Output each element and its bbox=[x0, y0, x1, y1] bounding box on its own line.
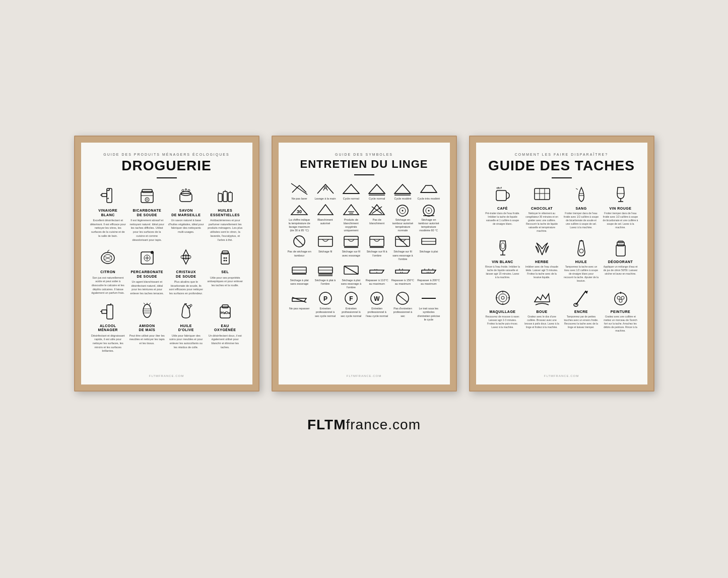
drogue-alcool-name: ALCOOLMÉNAGER bbox=[98, 324, 118, 333]
tache-herbe-name: HERBE bbox=[535, 260, 549, 264]
svg-line-143 bbox=[576, 188, 578, 189]
brand-bold: FLTM bbox=[307, 417, 346, 432]
linge-dryer-low-label: Séchage en tambour autorisé température … bbox=[417, 218, 440, 233]
linge-hand-wash: Lavage à la main bbox=[313, 181, 337, 201]
no-bleach-icon bbox=[368, 203, 386, 217]
drogue-citron: CITRON Son jus est naturellement acide e… bbox=[90, 246, 126, 296]
linge-hand-wash-label: Lavage à la main bbox=[315, 197, 336, 201]
svg-point-156 bbox=[496, 291, 509, 304]
drogue-huiles-desc: Antibactériennes et pour parfumer nature… bbox=[207, 219, 243, 242]
huile-icon bbox=[571, 238, 592, 258]
soap-icon bbox=[175, 184, 197, 207]
drogue-cristaux: CRISTAUXDE SOUDE Plus alcalins que le bi… bbox=[168, 246, 205, 296]
linge-no-bleach-label: Pas de blanchiment bbox=[365, 218, 389, 225]
linge-temp-label: La chiffre indique la température de lav… bbox=[288, 218, 311, 233]
tache-maquillage: MAQUILLAGE Recouvrez de mousse à raser. … bbox=[485, 288, 520, 333]
jar-icon: B bbox=[136, 184, 158, 207]
dry-f-icon: F bbox=[342, 291, 360, 305]
poster2-subtitle: GUIDE DES SYMBOLES bbox=[335, 153, 393, 156]
tache-boue-name: BOUE bbox=[536, 310, 547, 313]
deodorant-icon bbox=[610, 238, 631, 258]
poster-droguerie: GUIDE DES PRODUITS MÉNAGERS ÉCOLOGIQUES … bbox=[81, 143, 252, 384]
linge-dryer-normal: Séchage en tambour autorisé température … bbox=[391, 203, 415, 233]
poster2-footer: FLTMFRANCE.COM bbox=[347, 370, 382, 377]
boue-icon bbox=[532, 288, 553, 308]
dryer-normal-icon bbox=[393, 203, 412, 217]
drogue-bicarbonate-name: BICARBONATEDE SOUDE bbox=[133, 209, 161, 217]
svg-point-42 bbox=[223, 258, 225, 259]
linge-temp: 30 La chiffre indique la température de … bbox=[288, 203, 311, 233]
cycle-modere-icon bbox=[393, 181, 412, 196]
svg-point-149 bbox=[501, 243, 505, 249]
linge-flat-shade-label: Séchage à plat à l'ombre bbox=[313, 279, 337, 286]
tache-huile-desc: Tamponnez la tache avec un tissu avec 1/… bbox=[564, 265, 599, 283]
poster2-divider bbox=[354, 174, 374, 175]
linge-no-bleach: Pas de blanchiment bbox=[365, 203, 389, 233]
tache-encre-desc: Tamponnez par de petites touches avec un… bbox=[564, 315, 599, 329]
no-iron-icon bbox=[290, 291, 308, 305]
linge-no-wash-label: Ne pas laver bbox=[292, 197, 307, 201]
svg-text:✦: ✦ bbox=[107, 197, 109, 200]
brand-light: france bbox=[346, 417, 388, 432]
poster1-divider bbox=[157, 177, 177, 178]
corn-icon bbox=[136, 300, 158, 322]
no-dry-icon bbox=[393, 291, 412, 305]
svg-rect-47 bbox=[102, 310, 107, 313]
tache-chocolat: CHOCOLAT Nettoyer le vêtement au congéla… bbox=[524, 184, 560, 233]
linge-wet-w: W Entretien professionnel à l'eau cycle … bbox=[365, 291, 389, 322]
chocolat-icon bbox=[532, 184, 553, 205]
svg-text:≈≈: ≈≈ bbox=[496, 186, 501, 190]
svg-point-39 bbox=[188, 255, 191, 259]
svg-rect-8 bbox=[142, 189, 152, 192]
svg-line-131 bbox=[398, 294, 408, 302]
cycle-note-icon bbox=[420, 291, 438, 305]
vin-rouge-icon bbox=[610, 184, 631, 205]
frame-droguerie: GUIDE DES PRODUITS MÉNAGERS ÉCOLOGIQUES … bbox=[74, 136, 259, 392]
brand-name: FLTMfrance.com bbox=[307, 417, 421, 433]
drogue-percarbonate: + PERCARBONATEDE SOUDE Un agent blanchis… bbox=[129, 246, 165, 296]
linge-bleach-ok: Blanchiment autorisé bbox=[313, 203, 337, 233]
linge-cycle-normal-2: Cycle normal bbox=[365, 181, 389, 201]
iron-110-icon: • bbox=[368, 263, 386, 277]
hand-wash-icon bbox=[316, 181, 335, 196]
svg-text:P: P bbox=[323, 295, 327, 302]
tache-vin-rouge-desc: Frotter tremper dans de l'eau froide ave… bbox=[603, 212, 638, 229]
poster1-subtitle: GUIDE DES PRODUITS MÉNAGERS ÉCOLOGIQUES bbox=[103, 153, 229, 156]
svg-point-152 bbox=[579, 249, 583, 253]
tache-peinture-name: PEINTURE bbox=[611, 310, 630, 313]
linge-dry-f: F Entretien professionnel à sec cycle no… bbox=[339, 291, 363, 322]
linge-flat-nosq-label: Séchage à plat sans essorage bbox=[288, 279, 311, 286]
tache-deodorant: DÉODORANT Appliquer un mélange d'eau et … bbox=[603, 238, 638, 283]
linge-dry-p: P Entretien professionnel à sec cycle no… bbox=[313, 291, 337, 322]
svg-point-165 bbox=[615, 293, 627, 305]
taches-grid: ≈≈ CAFÉ Pré-traiter dans de l'eau froide… bbox=[485, 184, 638, 333]
tache-herbe-desc: Imbiber avec de l'eau chaude tiède. Lais… bbox=[524, 265, 560, 279]
no-squeeze-icon bbox=[393, 234, 412, 248]
shade-line-icon bbox=[368, 234, 386, 248]
dryer-low-icon bbox=[420, 203, 438, 217]
drogue-amidon-desc: Peut être utilisé pour ôter les meubles … bbox=[129, 334, 165, 346]
svg-text:W: W bbox=[374, 295, 380, 302]
linge-cycle-modere: Cycle modéré bbox=[391, 181, 415, 201]
tache-cafe: ≈≈ CAFÉ Pré-traiter dans de l'eau froide… bbox=[485, 184, 520, 233]
drogue-sel: SEL Utile pour ses propriétés antiseptiq… bbox=[207, 246, 243, 296]
linge-no-squeeze-label: Séchage sur fil sans essorage à l'ombre bbox=[391, 250, 415, 261]
linge-row-3: Pas de séchage en tambour Séchage fil bbox=[288, 234, 441, 261]
dry-p-icon: P bbox=[316, 291, 335, 305]
svg-point-167 bbox=[621, 296, 624, 299]
herbe-icon bbox=[532, 238, 553, 258]
linge-bleach-oxy: Produits de blanchiment oxygénés uniquem… bbox=[339, 203, 363, 233]
tache-encre-name: ENCRE bbox=[574, 310, 588, 313]
drogue-amidon-name: AMIDONDE MAÏS bbox=[139, 324, 155, 333]
poster3-subtitle: COMMENT LES FAIRE DISPARAÎTRE? bbox=[515, 153, 608, 156]
tache-vin-rouge: VIN ROUGE Frotter tremper dans de l'eau … bbox=[603, 184, 638, 233]
drogue-amidon: AMIDONDE MAÏS Peut être utilisé pour ôte… bbox=[129, 300, 165, 353]
bleach-ok-icon bbox=[316, 203, 335, 217]
tache-maquillage-name: MAQUILLAGE bbox=[489, 310, 515, 313]
brand-domain: .com bbox=[388, 417, 421, 432]
olive-oil-icon bbox=[175, 300, 197, 322]
linge-line-dry-label: Séchage fil bbox=[318, 250, 332, 253]
linge-drip-dry: Séchage sur fil avec essorage bbox=[339, 234, 363, 261]
drogue-savon: SAVONDE MARSEILLE Un savon naturel à bas… bbox=[168, 184, 205, 242]
drogue-eau-oxygenee-desc: Un désinfectant doux, il est également u… bbox=[207, 334, 243, 350]
